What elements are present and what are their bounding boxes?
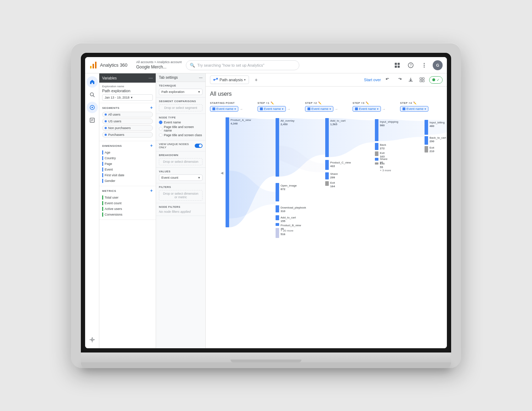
node-product-c-view[interactable] (325, 160, 329, 170)
node-more-s3[interactable]: + 3 more (380, 169, 391, 172)
segment-us-users[interactable]: US users (102, 118, 153, 124)
metric-bar-icon (102, 212, 103, 217)
start-over-link[interactable]: Start over (364, 78, 381, 82)
nav-reports-icon[interactable] (87, 115, 98, 126)
node-add-to-cart-s1[interactable] (276, 215, 279, 220)
nav-settings-icon[interactable] (87, 334, 98, 345)
node-all-overlay[interactable] (276, 118, 279, 177)
node-type-label: NODE TYPE (159, 116, 203, 119)
node-back-to-cart-s4[interactable] (425, 136, 428, 145)
path-analysis-label: Path analysis (220, 78, 243, 82)
dimension-label: Country (105, 156, 116, 160)
values-dropdown[interactable]: Event count ▾ (159, 174, 203, 181)
metric-active-users[interactable]: Active users (102, 206, 153, 212)
metrics-title: METRICS + (102, 188, 153, 193)
add-tab-btn[interactable]: + (252, 76, 260, 84)
metric-conversions[interactable]: Conversions (102, 212, 153, 217)
edit-icon-2[interactable]: ✏️ (318, 101, 322, 105)
edit-icon-3[interactable]: ✏️ (366, 101, 369, 105)
node-product-a-view[interactable] (226, 117, 229, 227)
date-range-picker[interactable]: Jan 13 - 19, 2018 ▾ (102, 94, 153, 101)
dimension-gender[interactable]: Gender (102, 178, 153, 184)
app-title: Analytics 360 (100, 62, 127, 68)
node-type-page-class[interactable]: Page title and screen class (159, 133, 203, 137)
redo-icon[interactable] (395, 76, 404, 84)
download-icon[interactable] (406, 76, 415, 84)
avatar[interactable]: G (433, 60, 443, 70)
node-share-s3[interactable] (375, 158, 378, 161)
node-exit-s2[interactable] (325, 181, 329, 186)
node-input-billing[interactable] (425, 120, 428, 135)
collapse-arrow[interactable]: ◀ (221, 171, 223, 175)
segments-add-btn[interactable]: + (150, 105, 153, 110)
nav-home-icon[interactable] (87, 76, 98, 88)
search-bar[interactable]: 🔍 Try searching "how to set up Analytics… (186, 60, 299, 70)
help-icon[interactable]: ? (406, 60, 416, 70)
segment-non-purchasers[interactable]: Non purchasers (102, 125, 153, 131)
technique-dropdown[interactable]: Path exploration ▾ (159, 89, 203, 95)
metric-label: Event count (105, 201, 122, 205)
breakdown-drop-zone[interactable]: Drop or select dimension (159, 158, 203, 165)
tab-settings-collapse-btn[interactable]: — (199, 76, 203, 79)
event-selector-label: Event name (264, 107, 281, 111)
node-type-event-name[interactable]: Event name (159, 121, 203, 124)
dimensions-add-btn[interactable]: + (150, 143, 153, 148)
variables-collapse-btn[interactable]: — (149, 76, 153, 80)
node-exit-s4[interactable] (425, 146, 428, 152)
node-share-s2[interactable] (325, 172, 329, 179)
step-label-starting: STARTING POINT (210, 101, 256, 105)
metrics-add-btn[interactable]: + (150, 188, 153, 193)
path-analysis-tab[interactable]: Path analysis ▾ (210, 76, 249, 84)
node-add-to-cart-s2[interactable] (325, 118, 329, 157)
dimension-page[interactable]: Page (102, 161, 153, 167)
event-name-selector-2[interactable]: Event name ▾ (305, 106, 333, 112)
breadcrumb-area: All accounts > Analytics account Google … (136, 60, 182, 70)
node-open-image[interactable] (276, 183, 279, 201)
node-product-b-view[interactable] (276, 223, 279, 226)
segment-drop-zone[interactable]: Drop or select segment (159, 104, 203, 111)
variables-panel-header: Variables — (99, 73, 156, 83)
flow-s4-to-s5 (428, 120, 447, 135)
breakdown-label: BREAKDOWN (159, 154, 203, 157)
filters-drop-zone[interactable]: Drop or select dimension or metric (159, 190, 203, 201)
segment-all-users[interactable]: All users (102, 112, 153, 117)
feedback-btn[interactable]: ✓ (429, 76, 443, 84)
dimension-event[interactable]: Event (102, 167, 153, 172)
grid-view-icon[interactable] (418, 76, 426, 84)
node-label-open-image: Open_image (281, 184, 297, 187)
nav-search-icon[interactable] (87, 89, 98, 100)
event-name-selector-0[interactable]: Event name ▾ (210, 106, 238, 112)
node-download-playbook[interactable] (276, 205, 279, 212)
nav-explore-icon[interactable] (87, 102, 98, 113)
grid-icon[interactable] (392, 60, 402, 70)
event-name-selector-3[interactable]: Event name ▾ (353, 106, 381, 112)
segment-dot-icon (105, 127, 107, 129)
dimension-country[interactable]: Country (102, 155, 153, 161)
metric-total-user[interactable]: Total user (102, 195, 153, 200)
node-input-shipping[interactable] (375, 119, 378, 141)
node-value-exit-s2: 164 (330, 185, 335, 188)
node-label-product-c-view: Product_C_view (330, 161, 351, 164)
svg-point-20 (91, 339, 93, 340)
edit-icon-1[interactable]: ✏️ (271, 101, 274, 105)
undo-icon[interactable] (384, 76, 392, 84)
metric-bar-icon (102, 207, 103, 211)
node-label-back-s3: Back (380, 143, 387, 146)
node-back-s3[interactable] (375, 143, 378, 150)
left-nav (85, 73, 99, 348)
segment-dot-icon (105, 113, 107, 116)
segment-dot-icon (105, 120, 107, 122)
event-name-selector-4[interactable]: Event name ▾ (400, 106, 428, 112)
node-more-s1[interactable] (276, 228, 279, 238)
segment-purchasers[interactable]: Purchasers (102, 132, 153, 138)
more-icon[interactable] (419, 60, 429, 70)
node-type-page-screen[interactable]: Page title and screen name (159, 125, 203, 132)
dimension-first-visit[interactable]: First visit date (102, 172, 153, 178)
edit-icon-4[interactable]: ✏️ (413, 101, 417, 105)
node-exit2-s3[interactable] (375, 162, 378, 165)
metric-event-count[interactable]: Event count (102, 200, 153, 206)
event-name-selector-1[interactable]: Event name ▾ (257, 106, 286, 112)
node-exit-s3[interactable] (375, 151, 378, 156)
dimension-age[interactable]: Age (102, 150, 153, 155)
view-unique-toggle[interactable] (195, 144, 203, 148)
